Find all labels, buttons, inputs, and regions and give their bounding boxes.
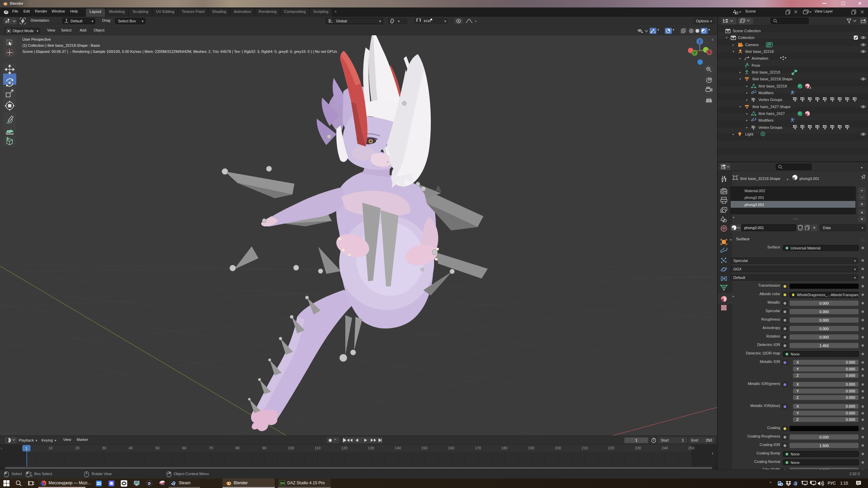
- svg-text:Z: Z: [699, 39, 701, 43]
- svg-text:c: c: [794, 118, 795, 120]
- svg-text:c: c: [794, 91, 795, 93]
- svg-text:Y: Y: [693, 51, 696, 55]
- svg-text:X: X: [708, 50, 711, 54]
